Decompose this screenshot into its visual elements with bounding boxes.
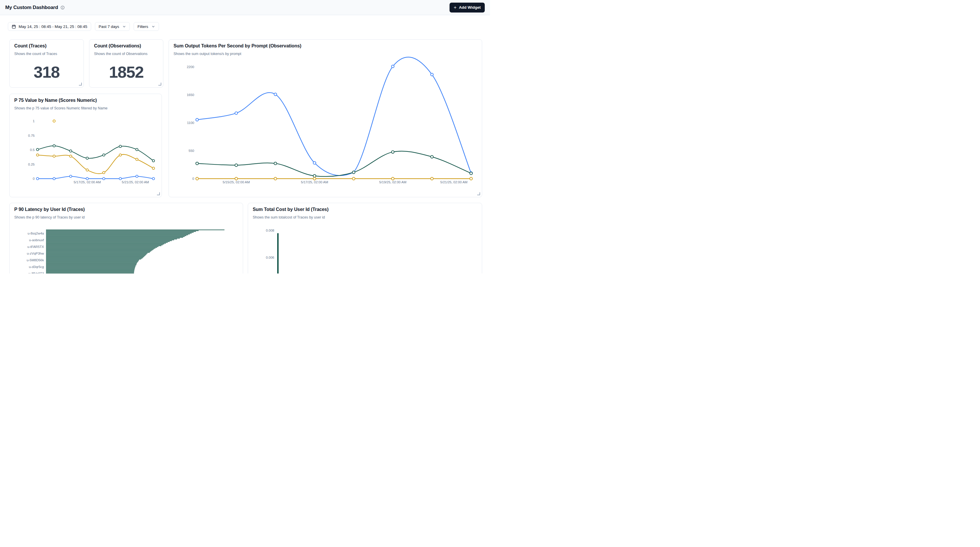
svg-text:1100: 1100 <box>187 121 194 125</box>
card-description: Shows the sum totalcost of Traces by use… <box>253 215 325 219</box>
card-description: Shows the p 90 latency of Traces by user… <box>14 215 85 219</box>
date-range-value: May 14, 25 : 08:45 - May 21, 25 : 08:45 <box>19 24 88 29</box>
count-observations-value: 1852 <box>89 64 163 80</box>
svg-text:0.008: 0.008 <box>266 229 274 232</box>
card-title: P 75 Value by Name (Scores Numeric) <box>14 98 97 103</box>
resize-handle-icon[interactable] <box>477 192 480 195</box>
svg-text:0.006: 0.006 <box>266 256 274 259</box>
resize-handle-icon[interactable] <box>157 192 160 195</box>
svg-text:0.5: 0.5 <box>30 148 35 152</box>
card-description: Shows the count of Traces <box>14 52 57 56</box>
filters-dropdown[interactable]: Filters <box>134 22 159 31</box>
sum-total-cost-bar-chart: 0.0080.006 <box>248 203 482 274</box>
page-header: My Custom Dashboard + Add Widget <box>0 0 490 15</box>
chevron-down-icon <box>122 25 126 29</box>
svg-text:u-8sq2w4a: u-8sq2w4a <box>28 231 44 235</box>
svg-text:0: 0 <box>192 177 194 181</box>
card-title: P 90 Latency by User Id (Traces) <box>14 207 85 212</box>
time-preset-dropdown[interactable]: Past 7 days <box>95 22 130 31</box>
time-preset-value: Past 7 days <box>99 24 119 29</box>
svg-text:5/15/25, 02:00 AM: 5/15/25, 02:00 AM <box>223 181 250 184</box>
p90-latency-bar-chart: u-8sq2w4au-aobnuxfu-tFAR5TXu-zVqP3hwu-5M… <box>10 203 243 274</box>
svg-text:0.75: 0.75 <box>28 134 35 137</box>
add-widget-button[interactable]: + Add Widget <box>450 3 485 13</box>
svg-text:u-d3qr5cg: u-d3qr5cg <box>29 265 44 268</box>
add-widget-label: Add Widget <box>459 5 481 10</box>
dashboard-page: My Custom Dashboard + Add Widget May 14,… <box>0 0 490 274</box>
chevron-down-icon <box>151 25 155 29</box>
svg-text:u-zVqP3hw: u-zVqP3hw <box>27 252 44 255</box>
svg-text:1: 1 <box>33 119 35 123</box>
filters-label: Filters <box>137 24 148 29</box>
resize-handle-icon[interactable] <box>79 82 82 86</box>
page-title: My Custom Dashboard <box>5 5 58 11</box>
count-traces-value: 318 <box>10 64 84 80</box>
card-description: Shows the sum output tokens/s by prompt <box>173 52 241 56</box>
svg-text:5/21/25, 02:00 AM: 5/21/25, 02:00 AM <box>122 181 149 184</box>
card-p75-value: P 75 Value by Name (Scores Numeric) Show… <box>9 94 162 197</box>
svg-text:1650: 1650 <box>187 93 194 97</box>
svg-text:0: 0 <box>33 177 35 181</box>
svg-text:0.25: 0.25 <box>28 163 35 166</box>
calendar-icon <box>12 24 16 29</box>
card-title: Count (Observations) <box>94 43 141 49</box>
date-range-picker[interactable]: May 14, 25 : 08:45 - May 21, 25 : 08:45 <box>8 22 91 31</box>
card-tokens-per-second: Sum Output Tokens Per Second by Prompt (… <box>169 39 482 197</box>
card-title: Sum Output Tokens Per Second by Prompt (… <box>173 43 301 49</box>
svg-text:u-8fVe9T3: u-8fVe9T3 <box>29 272 44 274</box>
plus-icon: + <box>453 5 457 10</box>
svg-text:u-aobnuxf: u-aobnuxf <box>29 238 44 242</box>
card-sum-total-cost: Sum Total Cost by User Id (Traces) Shows… <box>248 203 482 274</box>
card-description: Shows the count of Observations <box>94 52 147 56</box>
card-title: Count (Traces) <box>14 43 46 49</box>
svg-text:5/19/25, 02:00 AM: 5/19/25, 02:00 AM <box>379 181 406 184</box>
svg-text:u-tFAR5TX: u-tFAR5TX <box>27 245 44 249</box>
svg-text:2200: 2200 <box>187 65 194 69</box>
card-count-traces: Count (Traces) Shows the count of Traces… <box>9 39 84 87</box>
svg-text:550: 550 <box>189 149 194 152</box>
info-icon[interactable] <box>60 6 65 10</box>
card-p90-latency: P 90 Latency by User Id (Traces) Shows t… <box>9 203 243 274</box>
toolbar: May 14, 25 : 08:45 - May 21, 25 : 08:45 … <box>8 22 159 31</box>
svg-text:u-5M8D56k: u-5M8D56k <box>27 258 44 262</box>
tokens-per-second-line-chart: 05501100165022005/15/25, 02:00 AM5/17/25… <box>169 40 482 197</box>
svg-text:5/17/25, 02:00 AM: 5/17/25, 02:00 AM <box>301 181 328 184</box>
card-count-observations: Count (Observations) Shows the count of … <box>89 39 163 87</box>
card-title: Sum Total Cost by User Id (Traces) <box>253 207 328 212</box>
card-description: Shows the p 75 value of Scores Numeric f… <box>14 106 107 110</box>
resize-handle-icon[interactable] <box>158 82 161 86</box>
svg-text:5/21/25, 02:00 AM: 5/21/25, 02:00 AM <box>440 181 467 184</box>
svg-text:5/17/25, 02:00 AM: 5/17/25, 02:00 AM <box>74 181 101 184</box>
